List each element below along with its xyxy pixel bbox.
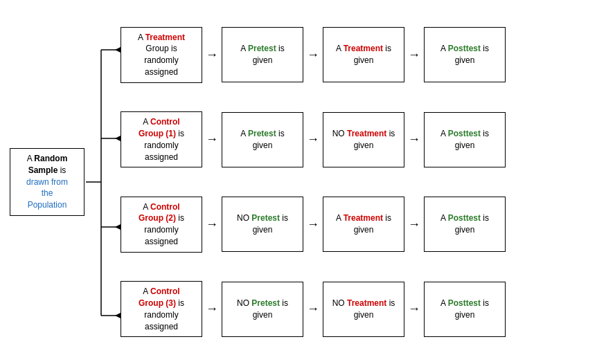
arrow-r2-3-4: → [404, 132, 424, 147]
row-4: A ControlGroup (3) israndomlyassigned → … [121, 267, 593, 352]
row4-col1: A ControlGroup (3) israndomlyassigned [121, 281, 202, 337]
source-box: A RandomSample isdrawn fromthePopulation [10, 148, 84, 216]
row1-col3: A Treatment isgiven [323, 27, 404, 82]
row1-col4: A Posttest isgiven [424, 27, 506, 82]
arrow-r3-2-3: → [303, 217, 323, 232]
svg-marker-7 [115, 136, 121, 141]
row4-col2: NO Pretest isgiven [222, 282, 303, 337]
arrow-r4-3-4: → [404, 302, 424, 316]
row4-col4: A Posttest isgiven [424, 282, 506, 337]
arrow-1-2: → [202, 48, 222, 62]
row-3: A ControlGroup (2) israndomlyassigned → … [121, 182, 593, 267]
arrow-r2-1-2: → [202, 132, 222, 147]
arrow-3-4: → [404, 48, 424, 62]
row1-col2: A Pretest isgiven [222, 27, 303, 82]
row2-col4: A Posttest isgiven [424, 112, 506, 167]
row3-col3: A Treatment isgiven [323, 197, 404, 252]
svg-marker-9 [115, 313, 121, 318]
row-1: A TreatmentGroup israndomlyassigned → A … [121, 12, 593, 98]
svg-marker-8 [115, 224, 121, 230]
arrow-r4-1-2: → [202, 302, 222, 316]
row1-col1: A TreatmentGroup israndomlyassigned [121, 27, 202, 83]
row-2: A ControlGroup (1) israndomlyassigned → … [121, 98, 593, 183]
arrow-r3-1-2: → [202, 217, 222, 232]
row2-col3: NO Treatment isgiven [323, 112, 404, 167]
row3-col4: A Posttest isgiven [424, 197, 506, 252]
arrow-r2-2-3: → [303, 132, 323, 147]
row2-col2: A Pretest isgiven [222, 112, 303, 167]
source-text: A RandomSample isdrawn fromthePopulation [26, 154, 68, 210]
diagram: A RandomSample isdrawn fromthePopulation… [4, 6, 593, 358]
row4-col3: NO Treatment isgiven [323, 282, 404, 337]
arrow-r4-2-3: → [303, 302, 323, 316]
row3-col2: NO Pretest isgiven [222, 197, 303, 252]
row3-col1: A ControlGroup (2) israndomlyassigned [121, 197, 202, 253]
arrow-2-3: → [303, 48, 323, 62]
svg-marker-6 [115, 47, 121, 53]
row2-col1: A ControlGroup (1) israndomlyassigned [121, 111, 202, 167]
arrow-r3-3-4: → [404, 217, 424, 232]
